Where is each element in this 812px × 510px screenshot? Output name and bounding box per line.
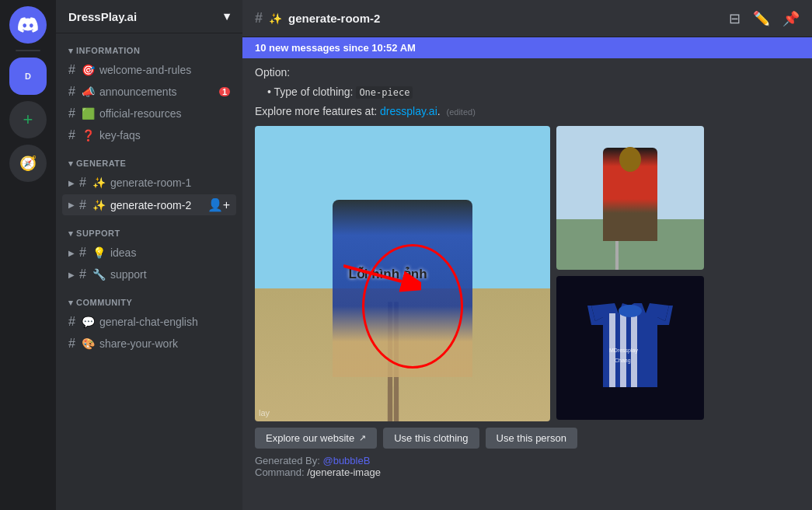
- channel-welcome-and-rules[interactable]: # 🎯 welcome-and-rules: [62, 60, 236, 80]
- category-community: ▾ COMMUNITY: [56, 285, 242, 311]
- channel-label: share-your-work: [99, 337, 178, 350]
- category-support: ▾ SUPPORT: [56, 216, 242, 242]
- explore-website-label: Explore our website: [266, 432, 354, 444]
- server-name: DressPlay.ai: [68, 10, 137, 23]
- channel-label: ideas: [110, 246, 136, 259]
- watermark: lay: [259, 408, 270, 417]
- category-information: ▾ INFORMATION: [56, 33, 242, 59]
- category-generate: ▾ GENERATE: [56, 146, 242, 172]
- channel-label: support: [110, 268, 147, 281]
- use-person-button[interactable]: Use this person: [486, 428, 577, 449]
- channel-badge: 1: [219, 87, 230, 96]
- explore-website-button[interactable]: Explore our website ↗: [255, 428, 377, 449]
- main-image[interactable]: Lỗi hình ảnh: [255, 126, 550, 421]
- edit-icon[interactable]: ✏️: [753, 10, 770, 27]
- use-clothing-button[interactable]: Use this clothing: [383, 428, 479, 449]
- server-header[interactable]: DressPlay.ai ▾: [56, 0, 242, 33]
- channel-emoji: 🎯: [82, 64, 95, 76]
- add-member-icon[interactable]: 👤+: [207, 197, 230, 212]
- svg-point-6: [619, 305, 642, 317]
- buttons-row: Explore our website ↗ Use this clothing …: [255, 428, 800, 449]
- collapse-icon: ▶: [68, 201, 75, 209]
- server-header-chevron: ▾: [224, 9, 230, 23]
- command-label: Command:: [255, 466, 305, 478]
- explore-prefix: Explore more features at:: [255, 105, 377, 117]
- threads-icon[interactable]: ⊟: [729, 10, 741, 27]
- channel-general-chat-english[interactable]: # 💬 general-chat-english: [62, 312, 236, 332]
- hash-icon: #: [79, 176, 86, 190]
- channel-label: official-resources: [99, 107, 182, 120]
- server-sidebar: D + 🧭: [0, 0, 56, 510]
- image-grid: Lỗi hình ảnh: [255, 126, 800, 421]
- channel-emoji: 💬: [82, 316, 95, 328]
- message-explore: Explore more features at: dressplay.ai. …: [255, 103, 800, 120]
- jersey-svg: MDressplay Chang: [580, 302, 681, 395]
- clothing-value: One-piece: [356, 86, 413, 99]
- channel-share-your-work[interactable]: # 🎨 share-your-work: [62, 334, 236, 354]
- channel-header: # ✨ generate-room-2 ⊟ ✏️ 📌: [242, 0, 812, 37]
- collapse-icon: ▶: [68, 249, 75, 257]
- header-emoji: ✨: [269, 12, 282, 25]
- hash-icon: #: [79, 198, 86, 212]
- side-images: MDressplay Chang: [556, 126, 704, 421]
- hash-icon: #: [68, 315, 75, 329]
- hash-icon: #: [68, 63, 75, 77]
- side-image-jersey[interactable]: MDressplay Chang: [556, 276, 704, 420]
- dressplay-link[interactable]: dressplay.ai: [380, 105, 437, 117]
- explore-button[interactable]: 🧭: [9, 145, 47, 182]
- svg-text:Chang: Chang: [615, 358, 631, 364]
- channel-ideas[interactable]: ▶ # 💡 ideas: [62, 243, 236, 263]
- external-link-icon: ↗: [359, 433, 366, 443]
- pin-icon[interactable]: 📌: [782, 10, 800, 27]
- server-icon-dressplay[interactable]: D: [9, 58, 47, 95]
- message-container: Option: • Type of clothing: One-piece Ex…: [242, 58, 812, 484]
- channel-emoji: 🎨: [82, 337, 95, 350]
- use-clothing-label: Use this clothing: [394, 432, 468, 444]
- channel-emoji: 📣: [82, 86, 95, 98]
- messages-area: 10 new messages since 10:52 AM Option: •…: [242, 37, 812, 510]
- hash-icon: #: [68, 128, 75, 142]
- add-server-button[interactable]: +: [9, 101, 47, 138]
- channel-label: generate-room-1: [110, 176, 191, 189]
- channel-label: announcements: [99, 86, 177, 98]
- svg-text:MDressplay: MDressplay: [609, 348, 638, 354]
- channel-generate-room-1[interactable]: ▶ # ✨ generate-room-1: [62, 173, 236, 193]
- channel-emoji: 🟩: [82, 107, 95, 120]
- hash-icon: #: [79, 246, 86, 260]
- channel-label: generate-room-2: [110, 199, 191, 211]
- discord-home-button[interactable]: [9, 6, 47, 44]
- channel-official-resources[interactable]: # 🟩 official-resources: [62, 103, 236, 124]
- hash-icon: #: [68, 85, 75, 99]
- option-label: Option:: [255, 66, 290, 79]
- channel-emoji: ✨: [92, 176, 106, 189]
- sidebar-divider: [16, 50, 40, 51]
- oval-highlight: [362, 244, 463, 369]
- use-person-label: Use this person: [497, 432, 566, 444]
- channel-hash: #: [255, 10, 263, 26]
- channel-support[interactable]: ▶ # 🔧 support: [62, 264, 236, 285]
- command-line: Command: /generate-image: [255, 466, 800, 478]
- channel-emoji: ❓: [82, 129, 95, 141]
- generated-by: Generated By: @bubbleB: [255, 455, 800, 466]
- channel-announcements[interactable]: # 📣 announcements 1: [62, 82, 236, 102]
- channel-label: key-faqs: [99, 129, 141, 141]
- channel-label: general-chat-english: [99, 316, 198, 328]
- hash-icon: #: [79, 267, 86, 281]
- collapse-icon: ▶: [68, 179, 75, 187]
- hash-icon: #: [68, 107, 75, 121]
- header-icons: ⊟ ✏️ 📌: [729, 10, 800, 27]
- channel-label: welcome-and-rules: [99, 64, 191, 76]
- hash-icon: #: [68, 337, 75, 351]
- clothing-label: Type of clothing:: [274, 86, 354, 98]
- new-messages-banner: 10 new messages since 10:52 AM: [242, 37, 812, 58]
- channel-generate-room-2[interactable]: ▶ # ✨ generate-room-2 👤+: [62, 194, 236, 215]
- message-clothing: • Type of clothing: One-piece: [255, 84, 800, 100]
- command-value: /generate-image: [307, 466, 381, 478]
- channel-sidebar: DressPlay.ai ▾ ▾ INFORMATION # 🎯 welcome…: [56, 0, 242, 510]
- channel-header-name: generate-room-2: [288, 12, 380, 25]
- generated-by-label: Generated By:: [255, 455, 320, 466]
- side-image-person[interactable]: [556, 126, 704, 270]
- user-mention[interactable]: @bubbleB: [322, 455, 370, 466]
- collapse-icon: ▶: [68, 271, 75, 279]
- channel-key-faqs[interactable]: # ❓ key-faqs: [62, 125, 236, 145]
